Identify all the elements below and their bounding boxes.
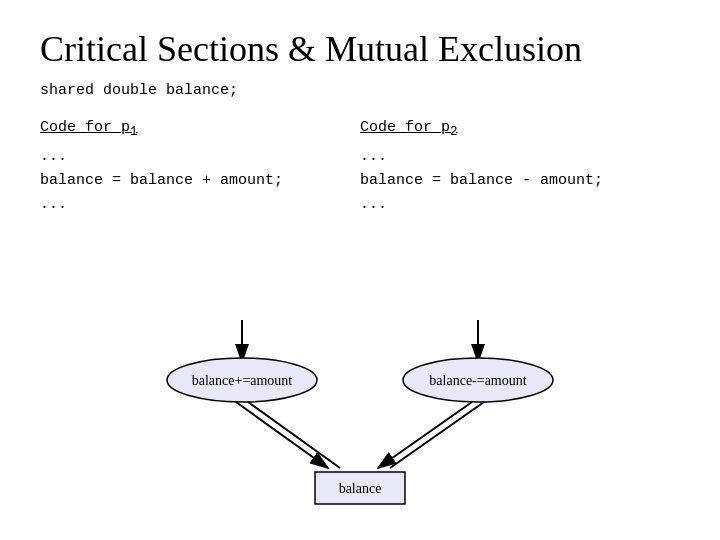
arrow-right-to-bottom-1 [378,402,472,468]
col1-code: ... balance = balance + amount; ... [40,145,360,217]
col1-line2: balance = balance + amount; [40,169,360,193]
code-columns: Code for p1 ... balance = balance + amou… [40,119,680,217]
col1-line3: ... [40,193,360,217]
arrow-right-to-bottom-2 [390,402,484,468]
col2-line3: ... [360,193,680,217]
diagram-area: balance+=amount balance-=amount balance [0,320,720,520]
col1-header: Code for p1 [40,119,360,139]
arrow-left-to-bottom-2 [248,402,340,468]
page: Critical Sections & Mutual Exclusion sha… [0,0,720,540]
diagram-svg: balance+=amount balance-=amount balance [0,320,720,520]
col2-line2: balance = balance - amount; [360,169,680,193]
col2-line1: ... [360,145,680,169]
col1-line1: ... [40,145,360,169]
label-rect-balance: balance [339,481,382,496]
label-ellipse-left: balance+=amount [192,373,293,388]
col2-header: Code for p2 [360,119,680,139]
arrow-left-to-bottom-1 [236,402,328,468]
label-ellipse-right: balance-=amount [429,373,526,388]
col2-code: ... balance = balance - amount; ... [360,145,680,217]
shared-declaration: shared double balance; [40,82,680,99]
col1: Code for p1 ... balance = balance + amou… [40,119,360,217]
col2: Code for p2 ... balance = balance - amou… [360,119,680,217]
page-title: Critical Sections & Mutual Exclusion [40,30,680,70]
